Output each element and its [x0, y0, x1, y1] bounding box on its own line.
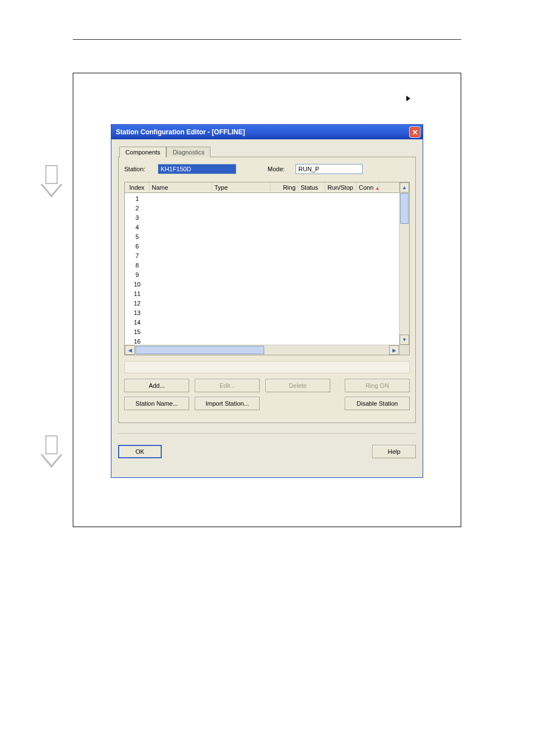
- table-row[interactable]: 3: [125, 213, 399, 222]
- disable-station-button[interactable]: Disable Station: [345, 397, 410, 410]
- table-body[interactable]: 12345678910111213141516: [125, 194, 399, 345]
- cell-index: 7: [125, 252, 149, 259]
- table-row[interactable]: 12: [125, 298, 399, 308]
- titlebar[interactable]: Station Configuration Editor - [OFFLINE]…: [111, 125, 423, 139]
- tab-panel: Station: KH1F150D Mode: RUN_P Index Name…: [118, 157, 416, 423]
- table-row[interactable]: 16: [125, 336, 399, 345]
- cell-index: 13: [125, 309, 149, 316]
- delete-button[interactable]: Delete: [265, 379, 330, 392]
- scroll-corner: [399, 345, 409, 355]
- table-row[interactable]: 1: [125, 194, 399, 203]
- vertical-scrollbar[interactable]: ▲ ▼: [399, 182, 409, 345]
- cell-index: 16: [125, 338, 149, 345]
- col-index[interactable]: Index: [125, 182, 149, 192]
- table-row[interactable]: 14: [125, 317, 399, 327]
- add-button[interactable]: Add...: [124, 379, 189, 392]
- cell-index: 2: [125, 205, 149, 212]
- table-row[interactable]: 6: [125, 241, 399, 251]
- table-row[interactable]: 2: [125, 203, 399, 213]
- station-config-dialog: Station Configuration Editor - [OFFLINE]…: [111, 124, 423, 478]
- cell-index: 3: [125, 214, 149, 221]
- horizontal-scrollbar[interactable]: ◀ ▶: [125, 345, 399, 355]
- col-ring[interactable]: Ring: [270, 182, 298, 192]
- table-header: Index Name Type Ring Status Run/Stop Con…: [125, 182, 409, 193]
- scroll-down-icon[interactable]: ▼: [400, 335, 409, 345]
- col-name[interactable]: Name: [149, 182, 212, 192]
- tabstrip: Components Diagnostics: [119, 146, 423, 157]
- cell-index: 1: [125, 195, 149, 202]
- table-row[interactable]: 15: [125, 327, 399, 336]
- ring-on-button[interactable]: Ring ON: [345, 379, 410, 392]
- col-type[interactable]: Type: [212, 182, 270, 192]
- scroll-thumb[interactable]: [400, 193, 409, 224]
- station-label: Station:: [124, 166, 158, 172]
- help-button[interactable]: Help: [372, 445, 416, 458]
- scroll-thumb[interactable]: [135, 346, 264, 354]
- cell-index: 14: [125, 319, 149, 326]
- table-row[interactable]: 5: [125, 232, 399, 241]
- scroll-up-icon[interactable]: ▲: [400, 182, 409, 192]
- cell-index: 15: [125, 328, 149, 335]
- triangle-icon: [406, 96, 410, 101]
- import-station-button[interactable]: Import Station...: [195, 397, 260, 410]
- station-name-button[interactable]: Station Name...: [124, 397, 189, 410]
- cell-index: 6: [125, 243, 149, 250]
- cell-index: 5: [125, 233, 149, 240]
- table-row[interactable]: 10: [125, 279, 399, 289]
- mode-field[interactable]: RUN_P: [296, 164, 363, 174]
- close-icon[interactable]: ✕: [409, 126, 420, 138]
- dialog-title: Station Configuration Editor - [OFFLINE]: [114, 128, 409, 136]
- tab-diagnostics[interactable]: Diagnostics: [166, 147, 210, 157]
- table-row[interactable]: 13: [125, 308, 399, 317]
- cell-index: 9: [125, 271, 149, 278]
- table-row[interactable]: 4: [125, 222, 399, 232]
- components-table: Index Name Type Ring Status Run/Stop Con…: [124, 182, 410, 355]
- col-status[interactable]: Status: [298, 182, 325, 192]
- station-field[interactable]: KH1F150D: [158, 164, 236, 174]
- cell-index: 8: [125, 262, 149, 269]
- scroll-left-icon[interactable]: ◀: [125, 345, 135, 355]
- cell-index: 11: [125, 290, 149, 297]
- table-row[interactable]: 9: [125, 270, 399, 279]
- col-conn[interactable]: Conn: [357, 182, 379, 192]
- edit-button[interactable]: Edit...: [195, 379, 260, 392]
- mode-label: Mode:: [268, 166, 296, 172]
- status-bar: [124, 361, 410, 373]
- tab-components[interactable]: Components: [119, 147, 166, 157]
- down-arrow-icon: [40, 165, 63, 199]
- table-row[interactable]: 8: [125, 260, 399, 270]
- col-runstop[interactable]: Run/Stop: [325, 182, 357, 192]
- ok-button[interactable]: OK: [118, 445, 162, 458]
- table-row[interactable]: 11: [125, 289, 399, 298]
- header-rule: [73, 39, 461, 40]
- down-arrow-icon: [40, 435, 63, 469]
- cell-index: 4: [125, 224, 149, 231]
- scroll-right-icon[interactable]: ▶: [389, 345, 399, 355]
- table-row[interactable]: 7: [125, 251, 399, 260]
- cell-index: 10: [125, 281, 149, 288]
- cell-index: 12: [125, 300, 149, 307]
